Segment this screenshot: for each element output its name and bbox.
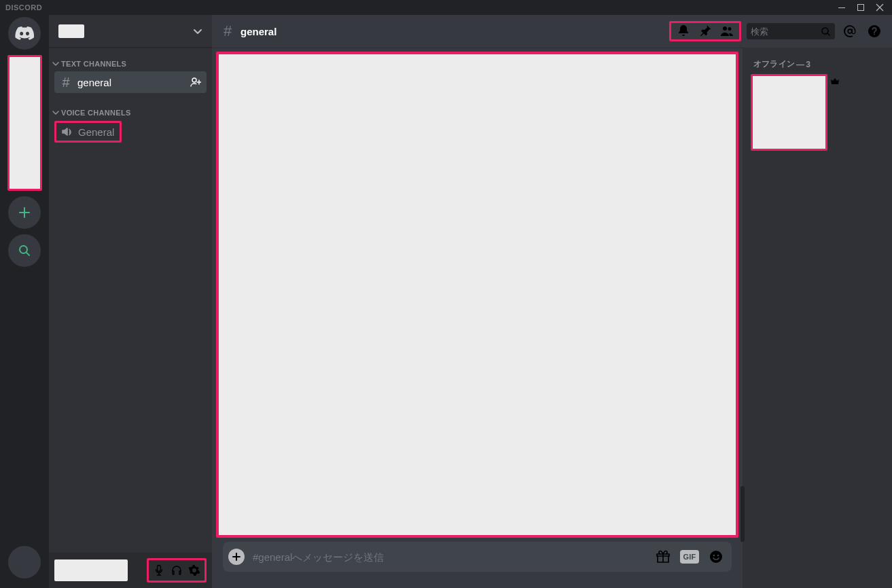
pin-icon [698,24,713,39]
close-button[interactable] [870,0,889,15]
gear-icon [188,564,200,576]
minimize-button[interactable] [832,0,851,15]
member-items-placeholder[interactable] [751,74,827,151]
app-wordmark: DISCORD [5,3,42,12]
emoji-icon [709,549,724,564]
mute-button[interactable] [150,562,168,579]
message-composer: GIF [223,542,732,572]
gif-button[interactable]: GIF [680,550,699,564]
search-icon [18,244,31,257]
messages-placeholder[interactable] [216,52,738,538]
server-header[interactable] [49,15,212,48]
svg-rect-1 [858,5,864,11]
hash-icon: # [60,75,72,90]
speaker-icon [60,126,73,138]
download-apps-button[interactable] [8,546,41,578]
search-icon [821,26,831,37]
deafen-button[interactable] [168,562,185,579]
message-input[interactable] [253,551,647,563]
member-category-offline: オフライン—3 [753,58,887,70]
user-settings-button[interactable] [185,562,203,579]
category-text-channels[interactable]: TEXT CHANNELS [49,57,212,71]
pinned-messages-button[interactable] [694,23,716,39]
crown-icon [830,77,840,86]
offline-label: オフライン [753,58,795,70]
user-info-placeholder[interactable] [54,559,128,581]
category-voice-channels[interactable]: VOICE CHANNELS [49,106,212,120]
chevron-down-icon [52,60,60,68]
svg-point-7 [717,555,719,557]
svg-rect-0 [838,7,845,8]
chat-area: # general [212,15,892,588]
user-panel [49,553,212,588]
mentions-button[interactable] [840,23,859,39]
members-icon [719,24,734,39]
category-label: VOICE CHANNELS [61,109,131,117]
user-controls-group [147,558,207,583]
plus-icon [18,206,31,219]
explore-servers-button[interactable] [8,234,41,267]
help-button[interactable] [865,23,884,39]
add-server-button[interactable] [8,196,41,229]
scrollbar-thumb[interactable] [741,486,745,542]
home-button[interactable] [8,17,41,50]
gif-label: GIF [683,553,696,561]
message-area: GIF [212,48,743,588]
close-icon [876,3,884,12]
discord-logo-icon [15,26,34,40]
member-list-toggle[interactable] [716,23,738,39]
maximize-icon [857,3,865,12]
svg-point-6 [713,555,715,557]
text-channel-general[interactable]: # general [54,71,207,93]
attach-button[interactable] [228,549,245,565]
search-input[interactable] [751,26,818,37]
channel-title: general [240,26,276,37]
voice-channel-general[interactable]: General [54,121,122,143]
search-box[interactable] [747,23,835,39]
headphones-icon [171,564,183,576]
titlebar: DISCORD [0,0,892,15]
notifications-button[interactable] [673,23,694,39]
gift-icon [656,549,671,564]
offline-count: 3 [806,60,810,69]
plus-icon [232,552,241,562]
at-icon [842,24,857,39]
channel-sidebar: TEXT CHANNELS # general VOICE CHANNELS G… [49,15,212,588]
minimize-icon [838,3,846,12]
guild-rail [0,15,49,588]
chevron-down-icon [52,109,60,117]
window-controls [832,0,889,15]
microphone-icon [153,564,165,576]
member-list: オフライン—3 [743,48,892,588]
maximize-button[interactable] [851,0,870,15]
server-name-placeholder [58,24,84,38]
header-action-group [669,21,741,41]
help-icon [867,24,882,39]
category-label: TEXT CHANNELS [61,60,126,68]
channel-list: TEXT CHANNELS # general VOICE CHANNELS G… [49,48,212,553]
bell-icon [676,24,691,39]
emoji-button[interactable] [709,549,724,564]
chevron-down-icon [193,26,202,36]
create-invite-icon[interactable] [190,77,201,88]
svg-point-5 [710,551,722,563]
chat-header: # general [212,15,892,48]
guild-list-placeholder[interactable] [7,55,42,191]
hash-icon: # [220,22,235,40]
channel-label: General [78,126,114,138]
channel-label: general [77,77,185,88]
gift-button[interactable] [656,549,671,564]
